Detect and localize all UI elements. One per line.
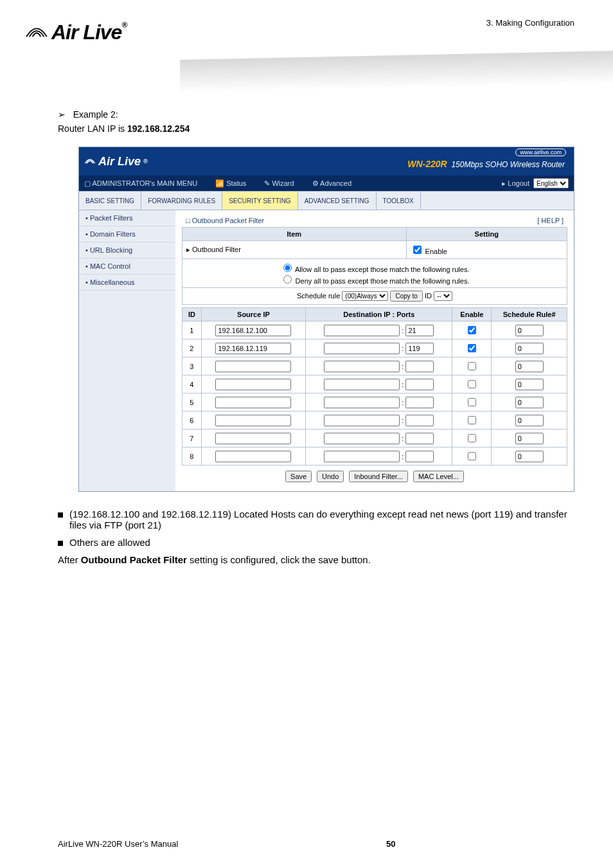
mac-level-button[interactable] xyxy=(413,471,464,482)
dest-port-input[interactable] xyxy=(405,379,434,390)
table-row: 8 : xyxy=(182,448,567,466)
help-link[interactable]: [ HELP ] xyxy=(537,217,564,224)
copy-to-button[interactable] xyxy=(390,291,422,302)
row-id: 6 xyxy=(182,411,202,429)
schedule-rule-input[interactable] xyxy=(515,325,544,336)
lan-ip-line: Router LAN IP is 192.168.12.254 xyxy=(58,123,572,134)
dest-port-input[interactable] xyxy=(405,451,434,462)
th-schedule-rule: Schedule Rule# xyxy=(492,308,567,321)
tab-forwarding[interactable]: FORWARDING RULES xyxy=(141,192,222,210)
schedule-rule-input[interactable] xyxy=(515,415,544,426)
row-enable-checkbox[interactable] xyxy=(468,452,476,460)
source-ip-input[interactable] xyxy=(215,379,291,390)
dest-ip-input[interactable] xyxy=(324,379,400,390)
id-label: ID xyxy=(425,292,432,300)
schedule-rule-input[interactable] xyxy=(515,397,544,408)
dest-ip-input[interactable] xyxy=(324,451,400,462)
schedule-rule-input[interactable] xyxy=(515,379,544,390)
product-model: WN-220R xyxy=(407,159,447,169)
source-ip-input[interactable] xyxy=(215,433,291,444)
dest-ip-input[interactable] xyxy=(324,361,400,372)
source-ip-input[interactable] xyxy=(215,343,291,354)
allow-radio[interactable]: Allow all to pass except those match the… xyxy=(280,266,470,273)
language-select[interactable]: English xyxy=(533,178,569,188)
row-id: 1 xyxy=(182,321,202,339)
tab-toolbox[interactable]: TOOLBOX xyxy=(377,192,421,210)
save-button[interactable] xyxy=(285,471,312,482)
source-ip-input[interactable] xyxy=(215,415,291,426)
sidebar: • Packet Filters • Domain Filters • URL … xyxy=(79,210,175,491)
dest-port-input[interactable] xyxy=(405,361,434,372)
wizard-link[interactable]: ✎ Wizard xyxy=(264,179,294,188)
panel-title: □ Outbound Packet Filter xyxy=(186,217,264,224)
dest-port-input[interactable] xyxy=(405,415,434,426)
dest-ip-input[interactable] xyxy=(324,343,400,354)
row-enable-checkbox[interactable] xyxy=(468,416,476,424)
sidebar-item-domain-filters[interactable]: • Domain Filters xyxy=(79,226,175,242)
sidebar-item-mac-control[interactable]: • MAC Control xyxy=(79,258,175,275)
page-number: 50 xyxy=(386,839,395,849)
tab-basic[interactable]: BASIC SETTING xyxy=(79,192,141,210)
deny-radio[interactable]: Deny all to pass except those match the … xyxy=(280,277,470,285)
inbound-filter-button[interactable] xyxy=(349,471,408,482)
after-line: After Outbound Packet Filter setting is … xyxy=(58,554,572,565)
schedule-rule-input[interactable] xyxy=(515,343,544,354)
tab-security[interactable]: SECURITY SETTING xyxy=(222,192,298,210)
source-ip-input[interactable] xyxy=(215,325,291,336)
dest-ip-input[interactable] xyxy=(324,325,400,336)
example-label: Example 2: xyxy=(73,109,118,120)
schedule-rule-input[interactable] xyxy=(515,433,544,444)
row-id: 8 xyxy=(182,448,202,466)
dest-ip-input[interactable] xyxy=(324,415,400,426)
brand-logo: Air Live® xyxy=(24,21,127,44)
source-ip-input[interactable] xyxy=(215,361,291,372)
enable-checkbox[interactable]: Enable xyxy=(411,248,447,255)
sidebar-item-misc[interactable]: • Miscellaneous xyxy=(79,275,175,291)
schedule-rule-input[interactable] xyxy=(515,361,544,372)
source-ip-input[interactable] xyxy=(215,451,291,462)
schedule-rule-label: Schedule rule xyxy=(297,292,340,300)
chapter-label: 3. Making Configuration xyxy=(486,18,574,28)
example-line: ➢ Example 2: xyxy=(58,109,572,120)
square-bullet-icon xyxy=(58,512,63,518)
source-ip-input[interactable] xyxy=(215,397,291,408)
th-enable: Enable xyxy=(452,308,492,321)
table-row: 1 : xyxy=(182,321,567,339)
tab-bar: BASIC SETTING FORWARDING RULES SECURITY … xyxy=(79,191,574,210)
sidebar-item-packet-filters[interactable]: • Packet Filters xyxy=(79,210,175,226)
dest-ip-input[interactable] xyxy=(324,397,400,408)
logout-link[interactable]: ▸ Logout xyxy=(502,179,529,188)
router-top-bar: Air Live® www.airlive.com WN-220R 150Mbp… xyxy=(79,147,574,176)
th-dest-ip-ports: Destination IP : Ports xyxy=(306,308,452,321)
dest-ip-input[interactable] xyxy=(324,433,400,444)
advanced-link[interactable]: ⚙ Advanced xyxy=(312,179,351,188)
copy-id-select[interactable]: -- xyxy=(434,291,452,301)
table-row: 5 : xyxy=(182,393,567,411)
schedule-rule-select[interactable]: (00)Always xyxy=(342,291,388,301)
row-enable-checkbox[interactable] xyxy=(468,380,476,388)
dest-port-input[interactable] xyxy=(405,433,434,444)
row-id: 5 xyxy=(182,393,202,411)
item-header: Item xyxy=(182,228,407,241)
table-row: 4 : xyxy=(182,375,567,393)
dest-port-input[interactable] xyxy=(405,325,434,336)
wifi-arc-icon xyxy=(84,157,96,166)
arrow-icon: ➢ xyxy=(58,109,66,120)
setting-header: Setting xyxy=(406,228,567,241)
main-menu-label[interactable]: ▢ ADMINISTRATOR's MAIN MENU xyxy=(84,179,197,188)
undo-button[interactable] xyxy=(317,471,344,482)
dest-port-input[interactable] xyxy=(405,343,434,354)
row-enable-checkbox[interactable] xyxy=(468,362,476,370)
status-link[interactable]: 📶 Status xyxy=(215,179,246,188)
sidebar-item-url-blocking[interactable]: • URL Blocking xyxy=(79,242,175,258)
tab-advanced[interactable]: ADVANCED SETTING xyxy=(298,192,377,210)
square-bullet-icon xyxy=(58,541,63,546)
row-enable-checkbox[interactable] xyxy=(468,398,476,406)
dest-port-input[interactable] xyxy=(405,397,434,408)
row-enable-checkbox[interactable] xyxy=(468,326,476,334)
th-id: ID xyxy=(182,308,202,321)
row-id: 4 xyxy=(182,375,202,393)
schedule-rule-input[interactable] xyxy=(515,451,544,462)
row-enable-checkbox[interactable] xyxy=(468,344,476,352)
row-enable-checkbox[interactable] xyxy=(468,434,476,442)
